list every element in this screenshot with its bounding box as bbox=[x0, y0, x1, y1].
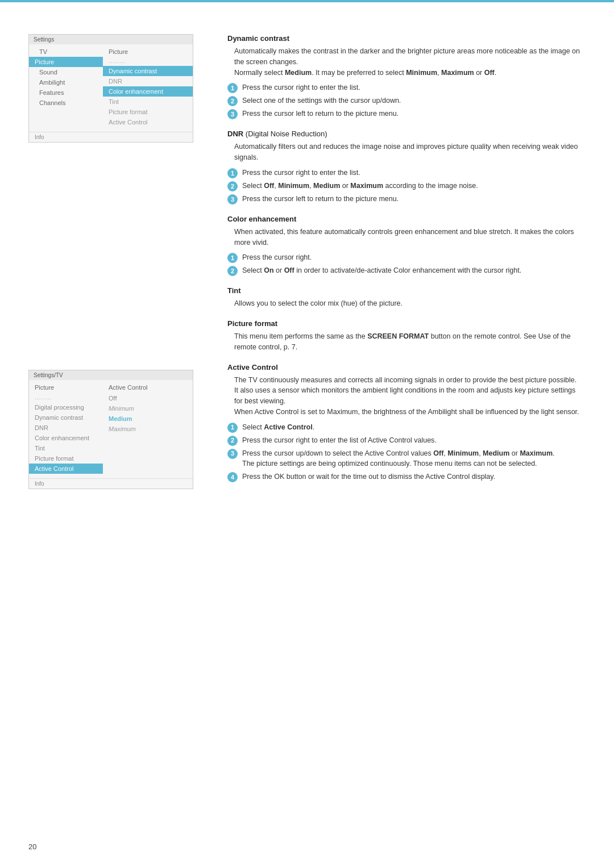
menu2-minimum: Minimum bbox=[103, 403, 193, 414]
menu2-info: Info bbox=[29, 478, 193, 489]
step-item: 1 Press the cursor right to enter the li… bbox=[227, 82, 586, 93]
step-text-2: Press the cursor right to enter the list… bbox=[242, 435, 586, 446]
dynamic-contrast-title: Dynamic contrast bbox=[227, 34, 586, 43]
menu2-digital-processing: Digital processing bbox=[29, 402, 103, 412]
step-num-3: 3 bbox=[227, 109, 238, 119]
right-column: Dynamic contrast Automatically makes the… bbox=[227, 34, 586, 500]
menu-screenshot-2: Settings/TV Picture ........ Digital pro… bbox=[28, 370, 193, 489]
step-text-3: Press the cursor left to return to the p… bbox=[242, 194, 586, 205]
menu1-picture: Picture bbox=[29, 57, 103, 67]
menu1-color-enhancement: Color enhancement bbox=[103, 86, 193, 97]
menu2-right: Active Control Off Minimum Medium Maximu… bbox=[103, 380, 193, 476]
picture-format-body: This menu item performs the same as the … bbox=[234, 331, 586, 353]
menu1-left: TV Picture Sound Ambilight Features Chan… bbox=[29, 44, 103, 130]
menu1-picture-format: Picture format bbox=[103, 107, 193, 117]
menu2-header: Settings/TV bbox=[29, 370, 193, 380]
step-num-1: 1 bbox=[227, 253, 238, 263]
menu2-color-enhancement: Color enhancement bbox=[29, 433, 103, 443]
step-item: 2 Select On or Off in order to activate/… bbox=[227, 265, 586, 276]
spacer bbox=[28, 154, 210, 370]
step-text-4: Press the OK button or wait for the time… bbox=[242, 471, 586, 482]
step-item: 3 Press the cursor left to return to the… bbox=[227, 194, 586, 205]
dnr-body: Automatically filters out and reduces th… bbox=[234, 141, 586, 163]
menu2-dnr: DNR bbox=[29, 423, 103, 433]
menu1-right: Picture ........ Dynamic contrast DNR Co… bbox=[103, 44, 193, 130]
tint-title: Tint bbox=[227, 286, 586, 295]
tint-body: Allows you to select the color mix (hue)… bbox=[234, 298, 586, 309]
step-item: 4 Press the OK button or wait for the ti… bbox=[227, 471, 586, 482]
dnr-title-main: DNR bbox=[227, 130, 243, 138]
menu1-channels: Channels bbox=[29, 98, 103, 108]
step-num-2: 2 bbox=[227, 436, 238, 446]
menu1-dotted: ........ bbox=[103, 56, 193, 66]
step-text-1: Press the cursor right to enter the list… bbox=[242, 168, 586, 178]
menu1-active-control: Active Control bbox=[103, 117, 193, 127]
step-text-2: Select one of the settings with the curs… bbox=[242, 95, 586, 106]
top-border bbox=[0, 0, 614, 2]
page-number: 20 bbox=[28, 842, 36, 851]
dynamic-contrast-steps: 1 Press the cursor right to enter the li… bbox=[227, 82, 586, 119]
menu1-info: Info bbox=[29, 132, 193, 142]
step-num-2: 2 bbox=[227, 266, 238, 276]
active-control-body: The TV continuously measures and correct… bbox=[234, 375, 586, 418]
dynamic-contrast-body: Automatically makes the contrast in the … bbox=[234, 46, 586, 78]
color-enhancement-steps: 1 Press the cursor right. 2 Select On or… bbox=[227, 252, 586, 276]
menu1-dnr: DNR bbox=[103, 76, 193, 86]
menu2-medium: Medium bbox=[103, 414, 193, 424]
step-item: 2 Select Off, Minimum, Medium or Maximum… bbox=[227, 181, 586, 191]
step-num-3: 3 bbox=[227, 449, 238, 459]
step-text-1: Press the cursor right. bbox=[242, 252, 586, 263]
step-num-3: 3 bbox=[227, 194, 238, 205]
menu2-maximum: Maximum bbox=[103, 424, 193, 434]
step-num-1: 1 bbox=[227, 83, 238, 93]
step-num-1: 1 bbox=[227, 423, 238, 433]
menu1-ambilight: Ambilight bbox=[29, 77, 103, 87]
left-column: Settings TV Picture Sound Ambilight Feat… bbox=[28, 34, 210, 500]
step-text-2: Select On or Off in order to activate/de… bbox=[242, 265, 586, 276]
picture-format-title: Picture format bbox=[227, 319, 586, 328]
menu2-left: Picture ........ Digital processing Dyna… bbox=[29, 380, 103, 476]
menu1-tint: Tint bbox=[103, 97, 193, 107]
step-num-2: 2 bbox=[227, 96, 238, 106]
menu2-off: Off bbox=[103, 393, 193, 403]
step-num-1: 1 bbox=[227, 168, 238, 178]
step-num-2: 2 bbox=[227, 181, 238, 191]
color-enhancement-title: Color enhancement bbox=[227, 215, 586, 223]
step-num-4: 4 bbox=[227, 472, 238, 482]
menu2-picture-format: Picture format bbox=[29, 453, 103, 464]
step-text-1: Press the cursor right to enter the list… bbox=[242, 82, 586, 93]
menu1-features: Features bbox=[29, 87, 103, 98]
step-item: 1 Press the cursor right to enter the li… bbox=[227, 168, 586, 178]
menu1-right-label: Picture bbox=[103, 47, 193, 56]
dnr-steps: 1 Press the cursor right to enter the li… bbox=[227, 168, 586, 205]
menu1-header: Settings bbox=[29, 35, 193, 44]
menu2-tint: Tint bbox=[29, 443, 103, 453]
menu2-dotted: ........ bbox=[29, 393, 103, 402]
step-item: 1 Select Active Control. bbox=[227, 422, 586, 433]
menu1-sound: Sound bbox=[29, 67, 103, 77]
dnr-title-suffix: (Digital Noise Reduction) bbox=[246, 130, 327, 138]
color-enhancement-body: When activated, this feature automatical… bbox=[234, 227, 586, 248]
menu2-left-label: Picture bbox=[29, 382, 103, 393]
step-text-2: Select Off, Minimum, Medium or Maximum a… bbox=[242, 181, 586, 191]
menu2-active-control: Active Control bbox=[29, 464, 103, 474]
step-text-1: Select Active Control. bbox=[242, 422, 586, 433]
dnr-title: DNR (Digital Noise Reduction) bbox=[227, 130, 586, 138]
active-control-steps: 1 Select Active Control. 2 Press the cur… bbox=[227, 422, 586, 483]
step-text-3: Press the cursor up/down to select the A… bbox=[242, 448, 586, 470]
menu2-right-label: Active Control bbox=[103, 382, 193, 393]
step-text-3: Press the cursor left to return to the p… bbox=[242, 108, 586, 119]
step-item: 3 Press the cursor left to return to the… bbox=[227, 108, 586, 119]
active-control-title: Active Control bbox=[227, 363, 586, 372]
menu1-tv: TV bbox=[29, 47, 103, 57]
menu-screenshot-1: Settings TV Picture Sound Ambilight Feat… bbox=[28, 34, 193, 143]
step-item: 1 Press the cursor right. bbox=[227, 252, 586, 263]
menu2-dynamic-contrast: Dynamic contrast bbox=[29, 412, 103, 423]
step-item: 2 Press the cursor right to enter the li… bbox=[227, 435, 586, 446]
menu1-dynamic-contrast: Dynamic contrast bbox=[103, 66, 193, 76]
step-item: 3 Press the cursor up/down to select the… bbox=[227, 448, 586, 470]
step-item: 2 Select one of the settings with the cu… bbox=[227, 95, 586, 106]
